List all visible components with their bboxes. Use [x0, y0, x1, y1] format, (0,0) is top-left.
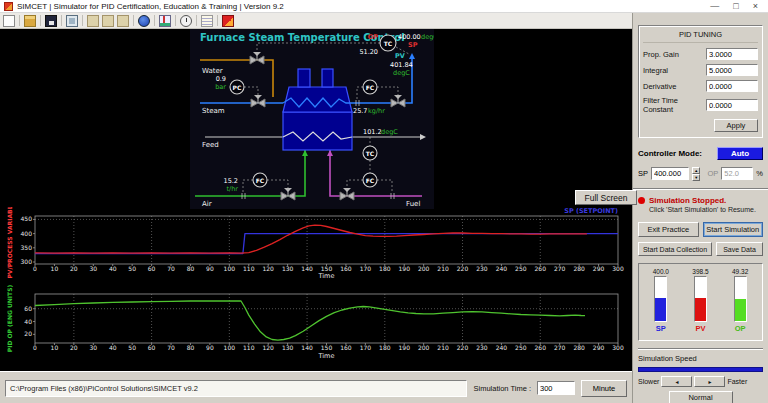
toolbar-separator: [217, 15, 218, 26]
fc-air-tag: FC: [256, 177, 265, 184]
svg-text:60: 60: [24, 305, 32, 312]
svg-text:40: 40: [109, 265, 117, 272]
report-icon-2[interactable]: [102, 15, 114, 27]
open-folder-icon[interactable]: [24, 15, 36, 27]
fc-fuel-tag: FC: [366, 177, 375, 184]
svg-text:270: 270: [554, 265, 566, 272]
svg-text:170: 170: [360, 265, 372, 272]
sp-spin-up-icon[interactable]: ▲: [692, 167, 700, 174]
normal-speed-button[interactable]: Normal: [669, 391, 733, 403]
op-indicator-label: OP: [735, 324, 746, 333]
svg-text:110: 110: [243, 344, 255, 351]
svg-text:140: 140: [301, 265, 313, 272]
svg-text:120: 120: [262, 265, 274, 272]
speed-track[interactable]: [638, 367, 763, 372]
derivative-label: Derivative: [643, 82, 676, 91]
svg-text:170: 170: [360, 344, 372, 351]
report-icon-3[interactable]: [117, 15, 129, 27]
svg-text:50: 50: [128, 344, 136, 351]
svg-text:220: 220: [457, 344, 469, 351]
svg-text:190: 190: [399, 344, 411, 351]
new-file-icon[interactable]: [3, 15, 15, 27]
integral-input[interactable]: [706, 64, 758, 76]
svg-text:40: 40: [24, 318, 32, 325]
steam-flow-unit: kg/hr: [368, 107, 385, 115]
help-globe-icon[interactable]: [138, 15, 150, 27]
simulation-status: Simulation Stopped. Click 'Start Simulat…: [638, 196, 763, 213]
svg-text:PID OP (ENG UNITS): PID OP (ENG UNITS): [6, 285, 13, 353]
tc-mid-tag: TC: [366, 150, 375, 157]
svg-text:130: 130: [282, 344, 294, 351]
timer-icon[interactable]: [180, 15, 192, 27]
feed-temp-value: 101.2: [363, 128, 382, 136]
prop-gain-label: Prop. Gain: [643, 50, 679, 59]
apply-button[interactable]: Apply: [714, 119, 758, 132]
monitor-icon[interactable]: [66, 15, 78, 27]
simcet-app-icon[interactable]: [222, 15, 234, 27]
steam-flow-value: 25.7: [353, 107, 367, 115]
svg-text:210: 210: [437, 265, 449, 272]
svg-text:290: 290: [593, 265, 605, 272]
speed-decrease-button[interactable]: ◄: [661, 376, 692, 387]
svg-text:280: 280: [573, 265, 585, 272]
pv-label: PV: [395, 52, 405, 60]
pv-unit: degC: [393, 69, 410, 77]
save-icon[interactable]: [45, 15, 57, 27]
controller-mode-button[interactable]: Auto: [717, 147, 763, 160]
minimize-button[interactable]: —: [710, 1, 719, 12]
op-value: 51.20: [359, 48, 378, 56]
svg-text:40: 40: [109, 344, 117, 351]
filter-time-label: Filter Time Constant: [643, 96, 706, 114]
svg-text:180: 180: [379, 344, 391, 351]
feed-temp-unit: degC: [381, 128, 398, 136]
speed-increase-button[interactable]: ►: [694, 376, 725, 387]
op-label: OP: [707, 169, 718, 178]
sp-setpoint--series: [35, 234, 618, 254]
toolbar-separator: [154, 15, 155, 26]
svg-text:250: 250: [515, 344, 527, 351]
derivative-input[interactable]: [706, 80, 758, 92]
toolbar: [0, 13, 632, 29]
notes-icon[interactable]: [201, 15, 213, 27]
svg-text:30: 30: [89, 265, 97, 272]
filter-time-input[interactable]: [706, 99, 758, 111]
pv-indicator-label: PV: [695, 324, 705, 333]
minute-button[interactable]: Minute: [581, 380, 627, 397]
svg-text:140: 140: [301, 344, 313, 351]
svg-text:60: 60: [148, 344, 156, 351]
svg-text:90: 90: [206, 344, 214, 351]
svg-text:160: 160: [340, 265, 352, 272]
svg-text:160: 160: [340, 344, 352, 351]
simulation-time-input[interactable]: [537, 381, 575, 395]
pv-indicator-bar: [694, 276, 707, 322]
svg-text:110: 110: [243, 265, 255, 272]
svg-text:80: 80: [187, 344, 195, 351]
pv-trend-chart: 3003504004500102030405060708090100110120…: [0, 207, 632, 279]
trend-chart-icon[interactable]: [159, 15, 171, 27]
save-data-button[interactable]: Save Data: [716, 242, 763, 256]
svg-text:210: 210: [437, 344, 449, 351]
svg-text:Time: Time: [318, 272, 335, 279]
op-trend-chart: 2040600102030405060708090100110120130140…: [0, 279, 632, 371]
svg-text:300: 300: [21, 258, 33, 265]
start-data-collection-button[interactable]: Start Data Collection: [638, 242, 712, 256]
sp-input[interactable]: [651, 167, 689, 180]
indicator-panel: 400.0 SP 398.5 PV 49.32 OP: [638, 263, 763, 341]
sp-spin-down-icon[interactable]: ▼: [692, 174, 700, 181]
pressure-unit: bar: [215, 83, 226, 91]
sp-unit: degC: [421, 33, 434, 41]
workspace: Furnace Steam Temperature Control: [0, 29, 632, 371]
maximize-button[interactable]: □: [733, 1, 738, 12]
pc-tag: PC: [233, 84, 242, 91]
op-input[interactable]: [721, 167, 753, 180]
close-button[interactable]: ×: [753, 1, 758, 12]
report-icon-1[interactable]: [87, 15, 99, 27]
start-simulation-button[interactable]: Start Simulation: [703, 222, 764, 237]
air-flow-value: 15.2: [224, 177, 238, 185]
exit-practice-button[interactable]: Exit Practice: [638, 222, 699, 237]
fullscreen-button[interactable]: Full Screen: [575, 190, 637, 205]
svg-text:90: 90: [206, 265, 214, 272]
prop-gain-input[interactable]: [706, 48, 758, 60]
svg-text:280: 280: [573, 344, 585, 351]
process-diagram: Furnace Steam Temperature Control: [190, 29, 434, 209]
